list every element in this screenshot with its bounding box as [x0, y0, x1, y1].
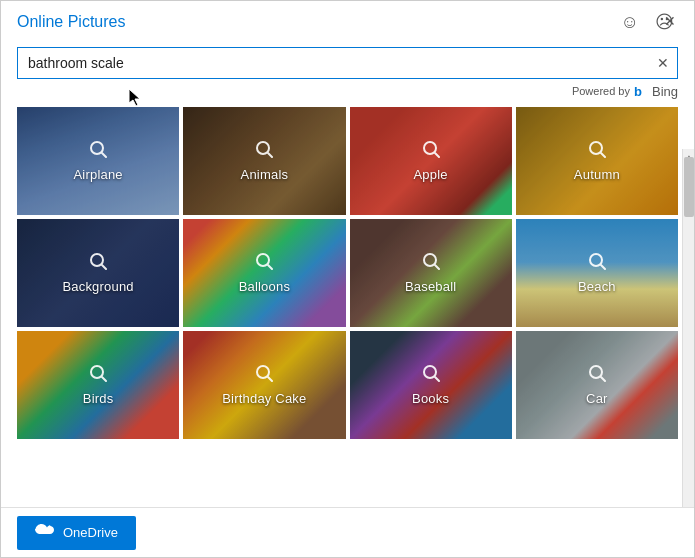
- svg-text:b: b: [634, 84, 642, 99]
- grid-cell-label-car: Car: [586, 391, 608, 406]
- grid-cell-airplane[interactable]: Airplane: [17, 107, 179, 215]
- grid-cell-label-baseball: Baseball: [405, 279, 456, 294]
- search-icon-autumn: [588, 140, 606, 163]
- svg-line-24: [601, 377, 605, 381]
- grid-cell-birds[interactable]: Birds: [17, 331, 179, 439]
- scrollbar-thumb[interactable]: [684, 157, 694, 217]
- emoji-smile-button[interactable]: ☺: [617, 11, 643, 33]
- svg-line-22: [435, 377, 439, 381]
- bing-logo: b Bing: [634, 83, 678, 99]
- grid-cell-overlay-birthday-cake: Birthday Cake: [183, 331, 345, 439]
- grid-cell-books[interactable]: Books: [350, 331, 512, 439]
- search-icon-car: [588, 364, 606, 387]
- onedrive-cloud-icon: [35, 524, 55, 538]
- grid-cell-label-background: Background: [62, 279, 133, 294]
- svg-line-18: [102, 377, 106, 381]
- grid-cell-label-birds: Birds: [83, 391, 114, 406]
- grid-cell-apple[interactable]: Apple: [350, 107, 512, 215]
- svg-line-8: [601, 153, 605, 157]
- grid-cell-overlay-birds: Birds: [17, 331, 179, 439]
- svg-line-4: [268, 153, 272, 157]
- search-icon-balloons: [255, 252, 273, 275]
- dialog-title: Online Pictures: [17, 13, 126, 31]
- onedrive-label: OneDrive: [63, 525, 118, 540]
- grid-cell-autumn[interactable]: Autumn: [516, 107, 678, 215]
- grid-cell-label-animals: Animals: [241, 167, 289, 182]
- svg-point-7: [590, 142, 602, 154]
- search-icon-baseball: [422, 252, 440, 275]
- grid-cell-label-airplane: Airplane: [73, 167, 122, 182]
- search-icon-apple: [422, 140, 440, 163]
- powered-by-row: Powered by b Bing: [17, 79, 678, 99]
- svg-point-19: [257, 366, 269, 378]
- grid-cell-label-autumn: Autumn: [574, 167, 620, 182]
- grid-cell-overlay-books: Books: [350, 331, 512, 439]
- svg-line-16: [601, 265, 605, 269]
- svg-line-6: [435, 153, 439, 157]
- grid-cell-balloons[interactable]: Balloons: [183, 219, 345, 327]
- svg-line-20: [268, 377, 272, 381]
- grid-cell-birthday-cake[interactable]: Birthday Cake: [183, 331, 345, 439]
- svg-point-23: [590, 366, 602, 378]
- grid-cell-overlay-apple: Apple: [350, 107, 512, 215]
- grid-cell-label-books: Books: [412, 391, 449, 406]
- search-icon-birthday-cake: [255, 364, 273, 387]
- grid-cell-animals[interactable]: Animals: [183, 107, 345, 215]
- svg-point-9: [91, 254, 103, 266]
- grid-cell-car[interactable]: Car: [516, 331, 678, 439]
- grid-cell-label-balloons: Balloons: [239, 279, 290, 294]
- svg-point-21: [424, 366, 436, 378]
- bing-icon: b: [634, 83, 650, 99]
- svg-line-10: [102, 265, 106, 269]
- search-icon-beach: [588, 252, 606, 275]
- svg-point-3: [257, 142, 269, 154]
- svg-line-2: [102, 153, 106, 157]
- grid-cell-overlay-autumn: Autumn: [516, 107, 678, 215]
- search-icon-airplane: [89, 140, 107, 163]
- grid-cell-overlay-baseball: Baseball: [350, 219, 512, 327]
- grid-cell-overlay-animals: Animals: [183, 107, 345, 215]
- svg-line-14: [435, 265, 439, 269]
- svg-point-13: [424, 254, 436, 266]
- scrollbar[interactable]: ▲ ▼: [682, 149, 694, 529]
- grid-cell-overlay-airplane: Airplane: [17, 107, 179, 215]
- svg-point-5: [424, 142, 436, 154]
- powered-by-text: Powered by: [572, 85, 630, 97]
- grid-cell-overlay-beach: Beach: [516, 219, 678, 327]
- close-button[interactable]: ✕: [658, 9, 682, 33]
- search-box-wrapper: ✕: [17, 47, 678, 79]
- svg-point-1: [91, 142, 103, 154]
- svg-line-12: [268, 265, 272, 269]
- bottom-bar: OneDrive: [1, 507, 694, 557]
- grid-cell-label-apple: Apple: [414, 167, 448, 182]
- search-input[interactable]: [18, 48, 677, 78]
- search-icon-books: [422, 364, 440, 387]
- grid-cell-overlay-car: Car: [516, 331, 678, 439]
- search-clear-button[interactable]: ✕: [657, 56, 669, 70]
- svg-point-11: [257, 254, 269, 266]
- search-icon-background: [89, 252, 107, 275]
- search-row: ✕ Powered by b Bing: [1, 41, 694, 103]
- grid-cell-label-beach: Beach: [578, 279, 616, 294]
- image-grid: AirplaneAnimalsAppleAutumnBackgroundBall…: [1, 103, 694, 443]
- title-bar-left: Online Pictures: [17, 13, 126, 31]
- grid-cell-background[interactable]: Background: [17, 219, 179, 327]
- search-icon-birds: [89, 364, 107, 387]
- grid-cell-overlay-balloons: Balloons: [183, 219, 345, 327]
- onedrive-button[interactable]: OneDrive: [17, 516, 136, 550]
- onedrive-icon: [35, 524, 55, 542]
- grid-cell-overlay-background: Background: [17, 219, 179, 327]
- grid-cell-baseball[interactable]: Baseball: [350, 219, 512, 327]
- bing-text: Bing: [652, 84, 678, 99]
- grid-cell-label-birthday-cake: Birthday Cake: [222, 391, 306, 406]
- title-bar: Online Pictures ☺ ☹ ✕: [1, 1, 694, 41]
- svg-point-17: [91, 366, 103, 378]
- svg-point-15: [590, 254, 602, 266]
- search-icon-animals: [255, 140, 273, 163]
- grid-cell-beach[interactable]: Beach: [516, 219, 678, 327]
